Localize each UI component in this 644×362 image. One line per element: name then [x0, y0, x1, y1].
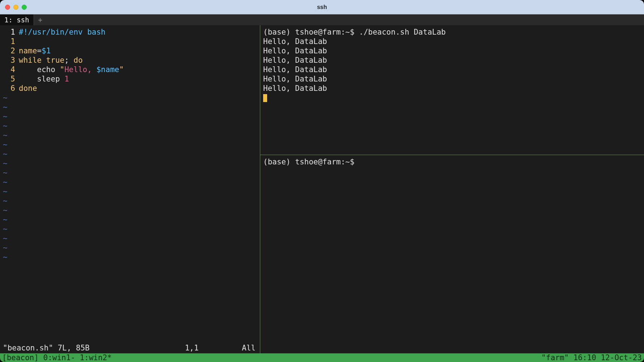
- vim-line: 6done: [3, 84, 257, 93]
- vim-empty-line: ~: [3, 196, 257, 206]
- tmux-status-right: "farm" 16:10 12-Oct-23: [541, 353, 642, 362]
- window-title: ssh: [0, 3, 644, 12]
- vim-status-scroll: All: [242, 343, 256, 353]
- tmux-status-left: [beacon] 0:win1- 1:win2*: [2, 353, 541, 362]
- vim-empty-line: ~: [3, 177, 257, 187]
- vim-empty-line: ~: [3, 112, 257, 121]
- vim-line: 5 sleep 1: [3, 74, 257, 84]
- vim-empty-line: ~: [3, 159, 257, 168]
- shell-prompt: (base) tshoe@farm:~$: [263, 157, 641, 167]
- vim-empty-line: ~: [3, 187, 257, 196]
- shell-line: Hello, DataLab: [263, 46, 641, 56]
- right-split: (base) tshoe@farm:~$ ./beacon.sh DataLab…: [260, 25, 644, 353]
- terminal-tabstrip: 1: ssh +: [0, 14, 644, 25]
- vim-empty-line: ~: [3, 93, 257, 102]
- vim-status-pos: 1,1: [90, 343, 242, 353]
- shell-line: Hello, DataLab: [263, 56, 641, 65]
- shell-line: Hello, DataLab: [263, 74, 641, 84]
- vim-content: 1#!/usr/bin/env bash12name=$13while true…: [3, 27, 257, 343]
- vim-status-file: "beacon.sh" 7L, 85B: [3, 343, 90, 353]
- vim-empty-line: ~: [3, 215, 257, 224]
- cursor: [263, 94, 267, 102]
- vim-empty-line: ~: [3, 206, 257, 215]
- shell-pane-bottom[interactable]: (base) tshoe@farm:~$: [260, 155, 644, 353]
- vim-line: 2name=$1: [3, 46, 257, 56]
- vim-empty-line: ~: [3, 131, 257, 140]
- vim-line: 1: [3, 37, 257, 46]
- vim-empty-line: ~: [3, 224, 257, 234]
- window-titlebar: ssh: [0, 0, 644, 14]
- tmux-statusbar: [beacon] 0:win1- 1:win2* "farm" 16:10 12…: [0, 353, 644, 362]
- vim-empty-line: ~: [3, 149, 257, 159]
- shell-line: (base) tshoe@farm:~$ ./beacon.sh DataLab: [263, 27, 641, 37]
- vim-line: 4 echo "Hello, $name": [3, 65, 257, 74]
- vim-empty-line: ~: [3, 168, 257, 177]
- shell-pane-top[interactable]: (base) tshoe@farm:~$ ./beacon.sh DataLab…: [260, 25, 644, 155]
- terminal-body: 1#!/usr/bin/env bash12name=$13while true…: [0, 25, 644, 362]
- vim-statusline: "beacon.sh" 7L, 85B 1,1 All: [3, 343, 257, 353]
- vim-empty-line: ~: [3, 140, 257, 149]
- add-tab-button[interactable]: +: [34, 14, 47, 25]
- vim-line: 1#!/usr/bin/env bash: [3, 27, 257, 37]
- tab-ssh[interactable]: 1: ssh: [0, 14, 34, 25]
- vim-empty-line: ~: [3, 102, 257, 112]
- shell-line: Hello, DataLab: [263, 84, 641, 93]
- vim-empty-line: ~: [3, 243, 257, 252]
- vim-line: 3while true; do: [3, 56, 257, 65]
- shell-line: Hello, DataLab: [263, 65, 641, 74]
- vim-pane[interactable]: 1#!/usr/bin/env bash12name=$13while true…: [0, 25, 260, 353]
- vim-empty-line: ~: [3, 121, 257, 131]
- shell-line: [263, 93, 641, 102]
- vim-empty-line: ~: [3, 234, 257, 243]
- vim-empty-line: ~: [3, 252, 257, 262]
- shell-line: Hello, DataLab: [263, 37, 641, 46]
